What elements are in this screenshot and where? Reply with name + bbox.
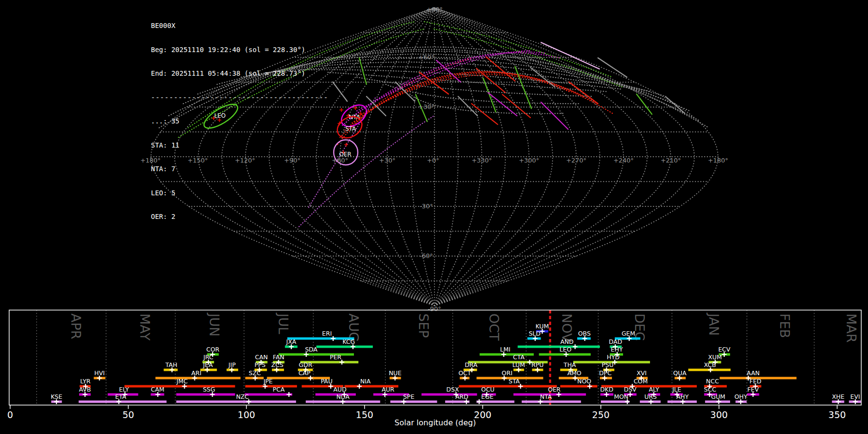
shower-bar	[421, 393, 477, 396]
shower-code-label: JXA	[286, 338, 297, 345]
shower-ZCS: ZCS	[271, 361, 284, 372]
x-tick-label: 300	[710, 409, 728, 420]
shower-code-label: FAN	[273, 353, 285, 361]
shower-code-label: ECV	[718, 346, 731, 353]
shower-code-label: SLD	[529, 330, 541, 337]
end-time: End: 20251111 05:44:38 (sol = 228.73°)	[151, 69, 328, 78]
shower-JIP: JIP	[227, 361, 238, 372]
meteor-streak	[598, 58, 627, 77]
shower-code-label: TAH	[165, 361, 177, 368]
count-leo: LEO: 5	[151, 189, 328, 197]
ecliptic-longitude-label: +210°	[661, 157, 681, 164]
peak-marker-icon	[286, 392, 291, 397]
begin-time: Beg: 20251110 19:22:40 (sol = 228.30°)	[151, 46, 328, 54]
shower-code-label: JMC	[176, 378, 188, 385]
shower-RPU: RPU	[531, 361, 543, 372]
shower-code-label: NDA	[336, 393, 350, 400]
shower-code-label: JEA	[203, 361, 213, 368]
month-label-FEB: FEB	[777, 313, 792, 338]
ecliptic-latitude-label: -90°	[428, 305, 441, 312]
shower-code-label: ETA	[115, 393, 127, 400]
shower-bar	[245, 385, 297, 388]
ecliptic-latitude-label: -30°	[420, 203, 433, 210]
meteor-streak	[515, 67, 531, 108]
shower-code-label: NIA	[360, 378, 371, 385]
shower-SLD: SLD	[528, 330, 541, 341]
shower-code-label: NTA	[540, 393, 552, 400]
shower-code-label: AUD	[333, 386, 346, 393]
shower-code-label: XVI	[637, 369, 647, 377]
shower-code-label: OER	[548, 386, 561, 393]
shower-HVI: HVI	[94, 369, 105, 380]
shower-bar	[476, 401, 514, 403]
x-tick-label: 350	[828, 409, 846, 420]
shower-code-label: DKD	[600, 386, 613, 393]
ecliptic-longitude-label: +270°	[566, 157, 586, 164]
shower-code-label: GEM	[622, 330, 635, 337]
shower-bar	[155, 377, 240, 380]
shower-code-label: CAN	[255, 353, 268, 361]
shower-code-label: OCT	[459, 369, 472, 377]
observation-header: BE000X Beg: 20251110 19:22:40 (sol = 228…	[151, 6, 328, 237]
shower-code-label: NUE	[389, 369, 401, 377]
plot-canvas: LEONTASTAOER+180°+150°+120°+90°+60°+30°+…	[0, 0, 868, 434]
shower-code-label: ZCS	[271, 361, 283, 368]
shower-bar	[124, 385, 235, 388]
shower-code-label: JLE	[672, 386, 681, 393]
shower-code-label: STA	[509, 378, 520, 385]
meteor-streak	[541, 102, 568, 129]
shower-bar	[459, 385, 557, 388]
shower-JXA: JXA	[285, 338, 298, 349]
meteor-streak	[359, 58, 366, 84]
shower-code-label: HYD	[607, 353, 620, 361]
shower-bar	[279, 353, 354, 356]
shower-code-label: ARI	[191, 369, 202, 377]
activity-chart: APRMAYJUNJULAUGSEPOCTNOVDECJANFEBMARKUME…	[7, 310, 861, 427]
ecliptic-longitude-label: +180°	[708, 157, 728, 164]
radiant-label-STA: STA	[345, 125, 356, 132]
shower-OCT: OCT	[459, 369, 472, 380]
count-sporadic: ...: 35	[151, 117, 328, 125]
shower-code-label: ELY	[119, 386, 129, 393]
shower-code-label: KUM	[535, 323, 549, 330]
month-label-JUN: JUN	[207, 312, 222, 337]
month-label-MAR: MAR	[844, 313, 859, 343]
shower-bar	[79, 401, 166, 403]
shower-code-label: SDA	[305, 346, 317, 353]
shower-code-label: PER	[330, 353, 341, 361]
shower-code-label: XHE	[832, 393, 844, 400]
shower-QUA: QUA	[673, 369, 687, 380]
ecliptic-longitude-label: +300°	[519, 157, 539, 164]
shower-code-label: RPU	[531, 361, 543, 368]
drift-track	[340, 72, 612, 137]
ecliptic-longitude-label: +240°	[613, 157, 634, 164]
shower-code-label: SSG	[203, 386, 216, 393]
x-axis-title: Solar longitude (deg)	[394, 418, 476, 427]
shower-FEV: FEV	[747, 386, 759, 397]
shower-code-label: KSE	[51, 393, 62, 400]
shower-TAH: TAH	[164, 361, 178, 372]
x-tick-label: 250	[592, 409, 610, 420]
radiant-activity-plot: { "header": { "station": "BE000X", "beg_…	[0, 0, 868, 434]
ecliptic-longitude-label: +330°	[472, 157, 492, 164]
shower-XCB: XCB	[688, 361, 731, 372]
shower-code-label: KCG	[342, 338, 355, 345]
shower-XHE: XHE	[832, 393, 844, 404]
shower-code-label: ORI	[502, 369, 512, 377]
shower-code-label: COR	[206, 346, 220, 353]
shower-code-label: LYR	[80, 378, 91, 385]
shower-code-label: OHY	[734, 393, 747, 400]
shower-code-label: AND	[560, 338, 574, 345]
ecliptic-longitude-label: +60°	[332, 157, 348, 164]
shower-code-label: XCB	[704, 361, 716, 368]
month-label-JUL: JUL	[276, 312, 291, 334]
shower-code-label: JRC	[203, 353, 214, 361]
shower-NUE: NUE	[389, 369, 401, 380]
shower-code-label: PCA	[273, 386, 285, 393]
shower-code-label: LUM	[512, 361, 525, 368]
shower-code-label: AVB	[79, 386, 91, 393]
shower-code-label: EVI	[850, 393, 860, 400]
shower-code-label: ALY	[649, 386, 659, 393]
chart-border	[9, 310, 861, 405]
shower-code-label: HVI	[95, 369, 105, 377]
